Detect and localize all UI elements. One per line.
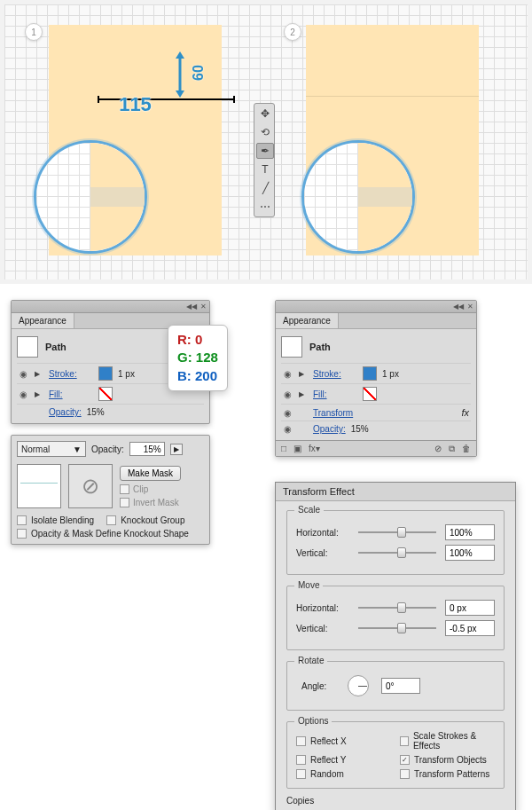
expand-icon[interactable]: ▶	[35, 370, 43, 378]
panel-tabs: Appearance	[276, 313, 476, 329]
move-vertical-slider[interactable]	[358, 622, 436, 634]
object-thumbnail[interactable]	[17, 464, 61, 508]
panel-header: ◀◀ ✕	[12, 301, 209, 313]
opacity-mask-define-checkbox[interactable]	[17, 529, 27, 539]
panels-area: ◀◀ ✕ Appearance Path ◉ ▶ Stroke:	[0, 284, 532, 810]
tool-1[interactable]: ✥	[256, 106, 274, 122]
scale-vertical-input[interactable]	[445, 545, 495, 561]
move-vertical-input[interactable]	[445, 620, 495, 636]
tool-type[interactable]: T	[256, 161, 274, 177]
stroke-value[interactable]: 1 px	[118, 369, 135, 379]
blend-mode-value: Normal	[21, 444, 50, 454]
isolate-blending-checkbox[interactable]	[17, 515, 27, 525]
tool-lasso[interactable]: ⟲	[256, 124, 274, 140]
clear-icon[interactable]: ⊘	[434, 444, 442, 453]
opacity-label[interactable]: Opacity:	[313, 424, 346, 434]
fill-label[interactable]: Fill:	[313, 389, 357, 399]
fill-swatch[interactable]	[363, 387, 377, 401]
stroke-label[interactable]: Stroke:	[313, 369, 357, 379]
rotate-legend: Rotate	[294, 656, 327, 665]
options-legend: Options	[294, 716, 332, 726]
opacity-value[interactable]: 15%	[87, 407, 105, 417]
transform-effect-dialog: Transform Effect Scale Horizontal: Verti…	[275, 482, 516, 810]
visibility-toggle[interactable]: ◉	[17, 369, 29, 379]
fill-swatch[interactable]	[98, 387, 113, 401]
item-name: Path	[45, 342, 66, 352]
chevron-down-icon: ▼	[73, 444, 82, 454]
reflect-y-label: Reflect Y	[310, 755, 346, 765]
scale-strokes-checkbox[interactable]	[400, 736, 409, 746]
tool-pen[interactable]: ✒	[256, 143, 274, 159]
blend-mode-select[interactable]: Normal ▼	[17, 441, 86, 457]
chevron-right-icon[interactable]: ▶	[170, 444, 183, 455]
opacity-input[interactable]	[129, 442, 165, 456]
transparency-panel: Normal ▼ Opacity: ▶ ⊘ Make Mask Clip	[11, 435, 210, 545]
vertical-arrow	[171, 51, 189, 98]
invert-mask-checkbox[interactable]	[120, 498, 129, 507]
new-fill-icon[interactable]: □	[281, 444, 286, 453]
reflect-y-checkbox[interactable]	[296, 755, 306, 765]
visibility-toggle[interactable]: ◉	[281, 424, 293, 434]
clip-checkbox[interactable]	[120, 484, 129, 494]
stroke-label[interactable]: Stroke:	[49, 369, 93, 379]
scale-horizontal-slider[interactable]	[358, 526, 436, 539]
random-checkbox[interactable]	[296, 769, 306, 779]
close-icon[interactable]: ✕	[200, 303, 207, 311]
trash-icon[interactable]: 🗑	[462, 444, 471, 453]
opacity-label: Opacity:	[91, 444, 124, 454]
options-fieldset: Options Reflect X Scale Strokes & Effect…	[286, 721, 505, 789]
stroke-value[interactable]: 1 px	[382, 369, 399, 379]
knockout-group-checkbox[interactable]	[106, 515, 116, 525]
transform-label[interactable]: Transform	[313, 408, 353, 418]
angle-knob[interactable]	[348, 675, 369, 696]
stroke-swatch[interactable]	[363, 366, 377, 381]
visibility-toggle[interactable]: ◉	[281, 408, 293, 418]
transform-patterns-checkbox[interactable]	[400, 769, 410, 779]
fx-icon[interactable]: fx	[461, 407, 471, 418]
close-icon[interactable]: ✕	[467, 303, 473, 311]
mask-thumbnail[interactable]: ⊘	[68, 464, 113, 508]
thin-path-line	[306, 96, 479, 97]
transform-objects-label: Transform Objects	[414, 755, 487, 765]
move-horizontal-slider[interactable]	[358, 602, 436, 614]
collapse-icon[interactable]: ◀◀	[453, 303, 464, 311]
visibility-toggle[interactable]: ◉	[17, 389, 29, 399]
rgb-b-value: B: 200	[177, 367, 218, 385]
item-swatch[interactable]	[281, 336, 302, 358]
expand-icon[interactable]: ▶	[299, 390, 308, 398]
expand-icon[interactable]: ▶	[35, 390, 43, 398]
move-vertical-label: Vertical:	[296, 624, 349, 633]
transform-objects-checkbox[interactable]: ✓	[400, 755, 410, 765]
width-label: 115	[49, 93, 222, 116]
rotate-angle-input[interactable]	[381, 678, 420, 694]
reflect-x-checkbox[interactable]	[296, 736, 306, 746]
scale-vertical-slider[interactable]	[358, 547, 436, 559]
move-horizontal-input[interactable]	[445, 600, 495, 616]
visibility-toggle[interactable]: ◉	[281, 369, 293, 379]
fill-label[interactable]: Fill:	[49, 389, 93, 399]
appearance-tab[interactable]: Appearance	[276, 313, 339, 328]
opacity-value[interactable]: 15%	[351, 424, 369, 434]
fx-menu-icon[interactable]: fx▾	[309, 444, 320, 453]
tool-line[interactable]: ╱	[256, 180, 274, 196]
mini-toolbox: ✥ ⟲ ✒ T ╱ ⋯	[254, 103, 275, 217]
scale-legend: Scale	[294, 505, 324, 515]
scale-horizontal-input[interactable]	[445, 524, 495, 540]
random-label: Random	[310, 769, 344, 779]
expand-icon[interactable]: ▶	[299, 370, 308, 378]
tool-other[interactable]: ⋯	[256, 199, 274, 215]
zoom-lens-2	[301, 140, 415, 254]
make-mask-button[interactable]: Make Mask	[120, 466, 181, 481]
visibility-toggle[interactable]: ◉	[281, 389, 293, 399]
stroke-swatch[interactable]	[98, 366, 113, 381]
appearance-tab[interactable]: Appearance	[12, 313, 74, 328]
move-fieldset: Move Horizontal: Vertical:	[286, 586, 505, 650]
new-stroke-icon[interactable]: ▣	[293, 444, 301, 453]
collapse-icon[interactable]: ◀◀	[186, 303, 197, 311]
opacity-label[interactable]: Opacity:	[49, 407, 82, 417]
scale-vertical-label: Vertical:	[296, 548, 349, 558]
copies-label: Copies	[286, 796, 314, 806]
duplicate-icon[interactable]: ⧉	[449, 444, 455, 454]
scale-strokes-label: Scale Strokes & Effects	[413, 731, 495, 751]
item-swatch[interactable]	[17, 336, 38, 358]
